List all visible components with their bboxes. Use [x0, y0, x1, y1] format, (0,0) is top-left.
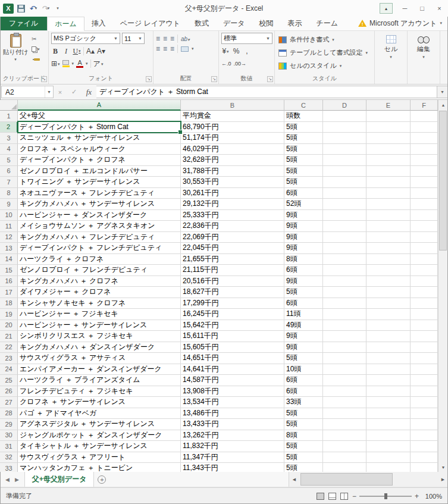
- row-header-13[interactable]: 13: [0, 243, 18, 254]
- column-header-d[interactable]: D: [323, 100, 366, 111]
- row-header-29[interactable]: 29: [0, 419, 18, 430]
- row-header-20[interactable]: 20: [0, 320, 18, 331]
- cell-D12[interactable]: [323, 232, 366, 243]
- cell-B10[interactable]: 25,333千円: [181, 210, 284, 221]
- cell-B16[interactable]: 20,516千円: [181, 276, 284, 287]
- row-header-28[interactable]: 28: [0, 408, 18, 420]
- cell-B8[interactable]: 30,261千円: [181, 188, 284, 199]
- row-header-9[interactable]: 9: [0, 199, 18, 210]
- cell-A20[interactable]: ハービンジャー ＋ サンデーサイレンス: [18, 320, 181, 331]
- row-header-12[interactable]: 12: [0, 232, 18, 243]
- save-button[interactable]: [15, 2, 26, 14]
- conditional-formatting-button[interactable]: 条件付き書式 ▾: [277, 34, 368, 45]
- cell-E11[interactable]: [366, 221, 411, 232]
- cell-E19[interactable]: [366, 309, 411, 320]
- cell-F12[interactable]: [411, 232, 438, 243]
- cell-A4[interactable]: クロフネ ＋ スペシャルウィーク: [18, 144, 181, 155]
- cell-D14[interactable]: [323, 254, 366, 265]
- cell-F28[interactable]: [411, 408, 438, 420]
- cell-A18[interactable]: キンシャサノキセキ ＋ クロフネ: [18, 298, 181, 309]
- cell-C13[interactable]: 9頭: [284, 243, 323, 254]
- align-left-button[interactable]: ≡: [156, 45, 160, 52]
- new-sheet-button[interactable]: +: [94, 472, 109, 487]
- cell-F10[interactable]: [411, 210, 438, 221]
- cell-E7[interactable]: [366, 177, 411, 188]
- cell-D32[interactable]: [323, 452, 366, 464]
- cell-F4[interactable]: [411, 144, 438, 155]
- scroll-up-icon[interactable]: ▲: [438, 100, 448, 109]
- row-header-30[interactable]: 30: [0, 430, 18, 442]
- cell-C25[interactable]: 6頭: [284, 375, 323, 386]
- horizontal-scrollbar[interactable]: ◀ ▶: [289, 472, 448, 487]
- cell-C8[interactable]: 6頭: [284, 188, 323, 199]
- row-header-21[interactable]: 21: [0, 331, 18, 342]
- cell-D26[interactable]: [323, 386, 366, 397]
- cell-E29[interactable]: [366, 419, 411, 430]
- cell-F3[interactable]: [411, 133, 438, 144]
- cell-F24[interactable]: [411, 364, 438, 375]
- cell-C32[interactable]: 5頭: [284, 452, 323, 464]
- cell-styles-button[interactable]: セルのスタイル ▾: [277, 60, 368, 71]
- font-dialog-launcher[interactable]: ↘: [146, 76, 152, 82]
- cancel-button[interactable]: ×: [58, 89, 62, 96]
- cell-D20[interactable]: [323, 320, 366, 331]
- cell-A1[interactable]: 父+母父: [18, 111, 181, 122]
- cell-D18[interactable]: [323, 298, 366, 309]
- cell-F26[interactable]: [411, 386, 438, 397]
- row-header-10[interactable]: 10: [0, 210, 18, 221]
- column-header-e[interactable]: E: [366, 100, 411, 111]
- cell-E20[interactable]: [366, 320, 411, 331]
- cell-A30[interactable]: ジャングルポケット ＋ ダンスインザダーク: [18, 430, 181, 442]
- cell-F31[interactable]: [411, 441, 438, 452]
- cell-E18[interactable]: [366, 298, 411, 309]
- cell-E12[interactable]: [366, 232, 411, 243]
- cell-F14[interactable]: [411, 254, 438, 265]
- cell-E9[interactable]: [366, 199, 411, 210]
- cell-D21[interactable]: [323, 331, 366, 342]
- align-right-button[interactable]: ≡: [170, 45, 174, 52]
- cell-D28[interactable]: [323, 408, 366, 420]
- row-header-25[interactable]: 25: [0, 375, 18, 386]
- cell-D10[interactable]: [323, 210, 366, 221]
- row-header-19[interactable]: 19: [0, 309, 18, 320]
- cell-D33[interactable]: [323, 463, 366, 472]
- minimize-button[interactable]: ─: [396, 2, 413, 15]
- cell-F20[interactable]: [411, 320, 438, 331]
- cell-C4[interactable]: 5頭: [284, 144, 323, 155]
- cell-D22[interactable]: [323, 342, 366, 353]
- cell-E21[interactable]: [366, 331, 411, 342]
- cell-C5[interactable]: 5頭: [284, 155, 323, 166]
- customize-qat-button[interactable]: ▾: [53, 2, 64, 14]
- cell-C23[interactable]: 5頭: [284, 353, 323, 364]
- cell-E25[interactable]: [366, 375, 411, 386]
- tab-page-layout[interactable]: ページ レイアウト: [113, 16, 187, 30]
- cell-A3[interactable]: スニッツェル ＋ サンデーサイレンス: [18, 133, 181, 144]
- cell-A27[interactable]: クロフネ ＋ サンデーサイレンス: [18, 397, 181, 408]
- cell-C19[interactable]: 11頭: [284, 309, 323, 320]
- borders-button[interactable]: ⊞▾: [51, 58, 60, 68]
- merge-center-button[interactable]: [181, 46, 189, 52]
- cell-C20[interactable]: 49頭: [284, 320, 323, 331]
- tab-formulas[interactable]: 数式: [187, 16, 216, 30]
- cell-D6[interactable]: [323, 166, 366, 177]
- row-header-27[interactable]: 27: [0, 397, 18, 408]
- italic-button[interactable]: I: [62, 46, 70, 56]
- scroll-down-icon[interactable]: ▼: [438, 462, 448, 472]
- cell-A17[interactable]: ダイワメジャー ＋ クロフネ: [18, 287, 181, 298]
- fill-color-button[interactable]: [62, 60, 70, 67]
- cell-B13[interactable]: 22,045千円: [181, 243, 284, 254]
- number-format-combo[interactable]: 標準▼: [221, 33, 272, 44]
- cell-E2[interactable]: [366, 122, 411, 133]
- cell-F18[interactable]: [411, 298, 438, 309]
- cell-E3[interactable]: [366, 133, 411, 144]
- cell-F11[interactable]: [411, 221, 438, 232]
- cell-B29[interactable]: 13,433千円: [181, 419, 284, 430]
- tab-view[interactable]: 表示: [281, 16, 309, 30]
- cell-A16[interactable]: キングカメハメハ ＋ クロフネ: [18, 276, 181, 287]
- insert-function-button[interactable]: fx: [86, 87, 92, 97]
- font-color-button[interactable]: A: [76, 60, 83, 68]
- tab-home[interactable]: ホーム: [47, 17, 84, 31]
- select-all-button[interactable]: [0, 100, 18, 111]
- cell-C26[interactable]: 6頭: [284, 386, 323, 397]
- cell-B15[interactable]: 21,115千円: [181, 265, 284, 276]
